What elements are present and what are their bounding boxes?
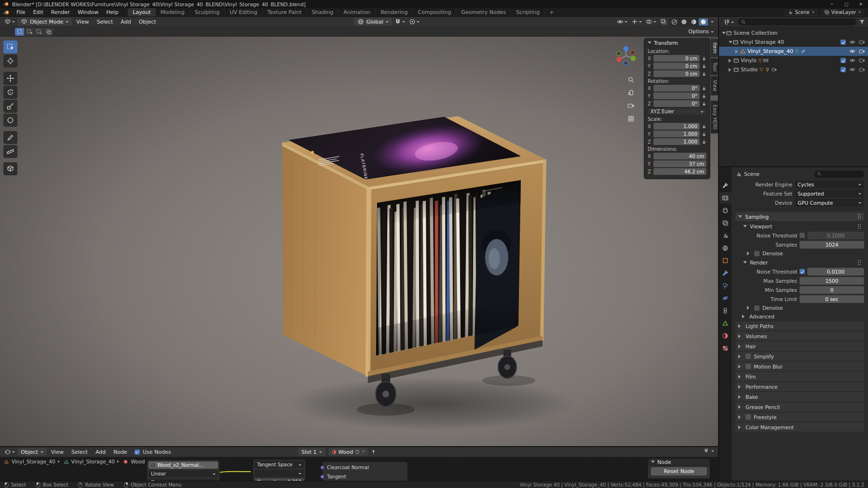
location-x-field[interactable]: 0 cm [653,55,700,62]
lock-icon[interactable] [702,132,706,137]
workspace-tab-modeling[interactable]: Modeling [156,8,190,17]
min-samples-field[interactable]: 0 [800,286,864,294]
workspace-tab-uv-editing[interactable]: UV Editing [225,8,262,17]
section-checkbox[interactable] [746,414,751,420]
max-samples-field[interactable]: 1500 [800,277,864,285]
tool-add-cube[interactable] [3,162,17,175]
collection-checkbox[interactable] [841,58,846,63]
tab-constraints[interactable] [719,305,732,316]
noise-threshold-checkbox[interactable] [800,269,805,274]
lock-icon[interactable] [702,124,706,129]
hide-eye-icon[interactable] [849,39,855,45]
use-nodes-checkbox[interactable] [135,449,140,455]
navigation-gizmo[interactable] [613,43,638,68]
tab-object-data[interactable] [719,317,732,329]
projection-dropdown[interactable]: Flat [149,479,218,481]
expand-icon[interactable] [735,50,740,53]
unlink-material-icon[interactable]: ✕ [362,450,365,454]
clearcoat-normal-socket[interactable]: Clearcoat Normal [324,463,406,471]
section-grease-pencil[interactable]: Grease Pencil [735,402,864,411]
feature-set-dropdown[interactable]: Supported [795,190,864,198]
xray-toggle-button[interactable] [659,18,668,26]
tool-scale[interactable] [3,100,17,113]
outliner-row-scene-collection[interactable]: Scene Collection [719,28,868,38]
show-gizmo-button[interactable] [630,18,643,26]
pin-icon[interactable] [371,449,376,455]
scene-unlink-icon[interactable]: ✕ [812,11,815,14]
section-simplify[interactable]: Simplify [735,352,864,361]
denoise-checkbox[interactable] [754,305,760,311]
rotation-mode-dropdown[interactable]: XYZ Euler [648,108,706,115]
section-checkbox[interactable] [746,364,751,369]
tab-texture[interactable] [719,343,732,354]
subsection-viewport[interactable]: Viewport [740,223,864,230]
outliner-search-input[interactable] [738,18,856,26]
menu-window[interactable]: Window [74,9,102,15]
scale-z-field[interactable]: 1.000 [653,138,700,145]
dimensions-z-field[interactable]: 46.2 cm [653,168,706,175]
expand-icon[interactable] [729,59,733,63]
camera-view-button[interactable] [626,101,635,110]
rotation-y-field[interactable]: 0° [653,92,700,99]
tool-annotate[interactable] [3,131,17,144]
tab-modifiers[interactable] [719,267,732,278]
tab-render[interactable] [719,192,732,203]
close-button[interactable]: ✕ [854,0,868,8]
tab-object[interactable] [719,255,732,266]
shading-solid-button[interactable] [679,18,689,26]
shading-options-button[interactable] [709,18,715,26]
section-light-paths[interactable]: Light Paths [735,321,864,330]
viewport-options-button[interactable]: Options [689,28,714,35]
viewport-menu-select[interactable]: Select [93,19,116,25]
strength-slider[interactable]: Strength0.250 [255,478,304,481]
show-overlays-button[interactable] [644,18,658,26]
viewport-denoise-collapsed[interactable]: Denoise [740,250,864,257]
workspace-tab-layout[interactable]: Layout [128,8,155,17]
sidebar-tab-view[interactable]: View [711,76,718,95]
image-texture-node[interactable]: Wood_v2_Normal... Linear Flat [147,460,220,481]
workspace-tab-texture-paint[interactable]: Texture Paint [263,8,307,17]
workspace-tab-scripting[interactable]: Scripting [511,8,545,17]
section-color-management[interactable]: Color Management [735,422,864,432]
shader-editor-type-button[interactable] [3,448,16,456]
shader-node-canvas[interactable]: Vinyl_Storage_40 Vinyl_Storage_40 Wood W… [0,457,718,481]
workspace-tab-compositing[interactable]: Compositing [413,8,457,17]
outliner-row-vinyl-storage-object[interactable]: Vinyl_Storage_40 ▽ [719,47,868,56]
disable-render-icon[interactable] [859,57,865,64]
reset-node-button[interactable]: Reset Node [651,467,707,475]
minimize-button[interactable]: ─ [825,0,839,8]
advanced-collapsed[interactable]: Advanced [735,313,864,320]
maximize-button[interactable]: ▢ [839,0,854,8]
shading-rendered-button[interactable] [699,18,708,26]
rotation-z-field[interactable]: 0° [653,100,700,107]
tab-world[interactable] [719,242,732,253]
menu-render[interactable]: Render [47,9,74,15]
collection-checkbox[interactable] [841,40,846,45]
lock-icon[interactable] [702,86,706,91]
lock-icon[interactable] [702,139,706,145]
viewport-canvas[interactable]: PLAYBRINK [0,37,718,446]
editor-type-button[interactable] [3,18,16,26]
add-workspace-button[interactable]: + [545,8,558,17]
time-limit-field[interactable]: 0 sec [800,295,864,303]
scale-x-field[interactable]: 1.000 [653,123,700,130]
expand-icon[interactable] [722,32,726,36]
tab-material[interactable] [719,330,732,341]
section-checkbox[interactable] [746,354,751,359]
select-mode-intersect-button[interactable] [44,28,54,36]
section-bake[interactable]: Bake [735,392,864,401]
viewlayer-selector[interactable]: ViewLayer ✕ [821,9,864,16]
principled-bsdf-node[interactable]: Clearcoat Normal Tangent [322,462,408,481]
interpolation-dropdown[interactable]: Linear [149,470,218,477]
lock-icon[interactable] [702,71,706,77]
tool-move[interactable] [3,72,17,85]
properties-search-input[interactable] [814,171,864,178]
shader-menu-select[interactable]: Select [68,449,91,455]
section-sampling[interactable]: Sampling [735,212,864,221]
section-performance[interactable]: Performance [735,382,864,391]
proportional-editing-button[interactable] [407,18,421,26]
presets-icon[interactable] [858,224,861,229]
tab-physics[interactable] [719,292,732,303]
section-hair[interactable]: Hair [735,342,864,351]
location-y-field[interactable]: 0 cm [653,63,700,69]
